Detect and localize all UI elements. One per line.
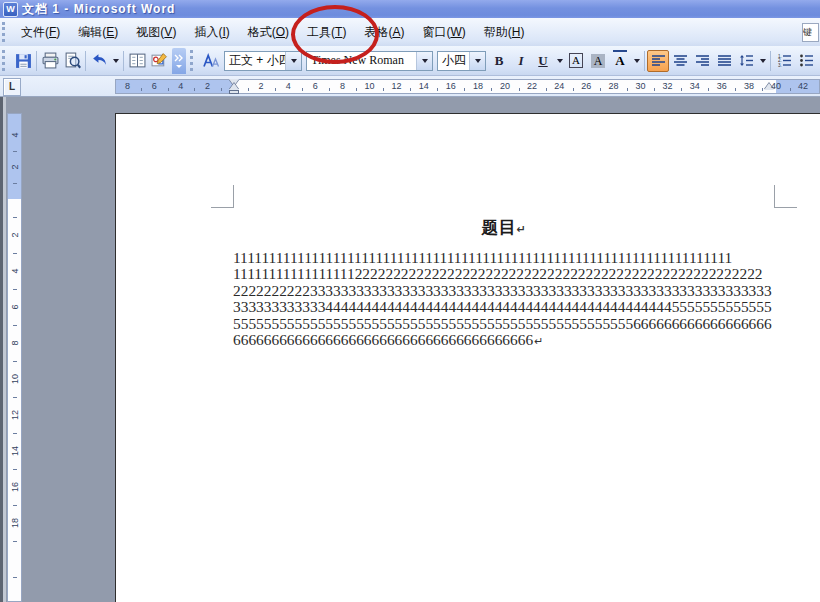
text-boundary-mark-right-vertical (774, 185, 775, 208)
menu-item-view[interactable]: 视图(V) (127, 20, 185, 45)
formatting-toolbar-grip-handle[interactable] (190, 50, 198, 70)
style-value: 正文 + 小四 (225, 52, 285, 69)
underline-icon: U (538, 53, 547, 69)
toolbar-options-button[interactable] (172, 48, 186, 74)
character-border-button[interactable]: A (565, 50, 587, 72)
ruler-number: 34 (690, 81, 700, 92)
document-text-line: 666666666666666666666666666666666666666↵ (233, 332, 778, 348)
help-question-box[interactable]: 键 (802, 23, 819, 42)
ruler-tick (13, 361, 17, 362)
underline-dropdown-caret[interactable] (554, 50, 565, 72)
ruler-tick (13, 505, 17, 506)
menu-item-table[interactable]: 表格(A) (355, 20, 413, 45)
ruler-tick (681, 88, 682, 91)
ruler-number: 4 (286, 81, 291, 92)
menu-item-tools[interactable]: 工具(T) (298, 20, 355, 45)
ruler-tick (13, 541, 17, 542)
ruler-number: 16 (10, 482, 20, 492)
bullets-icon (799, 54, 814, 67)
styles-and-formatting-button[interactable] (200, 50, 222, 72)
menu-item-window[interactable]: 窗口(W) (413, 20, 474, 45)
character-shading-button[interactable]: A (587, 50, 609, 72)
undo-dropdown-caret[interactable] (110, 50, 121, 72)
toolbar-separator (85, 51, 86, 71)
ruler-number: 20 (500, 81, 510, 92)
ruler-tick (708, 88, 709, 91)
print-button[interactable] (39, 50, 61, 72)
menu-item-file[interactable]: 文件(F) (12, 20, 69, 45)
toolbar-grip-handle[interactable] (2, 50, 10, 70)
italic-button[interactable]: I (510, 50, 532, 72)
window-left-edge-highlight (3, 97, 6, 602)
hanging-indent-marker[interactable] (229, 83, 239, 90)
document-text-line: 2222222222333333333333333333333333333333… (233, 283, 778, 299)
menu-items: 文件(F)编辑(E)视图(V)插入(I)格式(O)工具(T)表格(A)窗口(W)… (12, 20, 533, 45)
align-right-button[interactable] (691, 50, 713, 72)
window-title: 文档 1 - Microsoft Word (22, 1, 175, 18)
ruler-number: 36 (717, 81, 727, 92)
document-page[interactable] (115, 113, 820, 602)
ruler-tick (221, 88, 222, 91)
align-right-icon (695, 54, 710, 67)
line-spacing-dropdown-caret[interactable] (757, 50, 768, 72)
ruler-number: 2 (10, 164, 20, 169)
bold-button[interactable]: B (488, 50, 510, 72)
style-dropdown-caret[interactable] (285, 52, 301, 70)
text-boundary-mark-left-horizontal (211, 207, 234, 208)
ruler-tick (13, 325, 17, 326)
undo-button[interactable] (88, 50, 110, 72)
font-size-dropdown-caret[interactable] (469, 52, 485, 70)
menubar-grip-handle[interactable] (2, 22, 10, 42)
font-combobox[interactable]: Times New Roman (306, 51, 433, 71)
bullets-button[interactable] (795, 50, 817, 72)
bold-icon: B (495, 53, 504, 69)
ruler-number: 22 (527, 81, 537, 92)
align-left-button[interactable] (647, 50, 669, 72)
toolbar-separator (644, 51, 645, 71)
left-indent-marker[interactable] (229, 90, 239, 94)
line-spacing-icon (739, 54, 754, 67)
menu-item-format[interactable]: 格式(O) (239, 20, 298, 45)
style-combobox[interactable]: 正文 + 小四 (224, 51, 302, 71)
font-size-combobox[interactable]: 小四 (437, 51, 486, 71)
menu-item-edit[interactable]: 编辑(E) (69, 20, 127, 45)
character-scale-dropdown-caret[interactable] (631, 50, 642, 72)
character-scale-button[interactable]: A (609, 50, 631, 72)
ruler-band: L 86422468101214161820222426283032343638… (0, 76, 820, 97)
text-boundary-mark-right-horizontal (774, 207, 797, 208)
ruler-number: 16 (446, 81, 456, 92)
ruler-tick (627, 88, 628, 91)
toolbar-separator (36, 51, 37, 71)
align-center-button[interactable] (669, 50, 691, 72)
save-button[interactable] (12, 50, 34, 72)
ruler-tick (790, 88, 791, 91)
ruler-number: 10 (364, 81, 374, 92)
ruler-number: 28 (608, 81, 618, 92)
ruler-number: 32 (663, 81, 673, 92)
document-heading: 题目↵ (233, 216, 774, 239)
menu-item-insert[interactable]: 插入(I) (185, 20, 238, 45)
word-application-window: W 文档 1 - Microsoft Word 文件(F)编辑(E)视图(V)插… (0, 0, 820, 602)
ruler-tick (141, 88, 142, 91)
character-border-icon: A (569, 53, 583, 68)
toolbar-overflow-icon (174, 54, 184, 68)
undo-icon (91, 52, 108, 69)
drawing-button[interactable] (148, 50, 170, 72)
numbering-button[interactable]: 1.2.3. (773, 50, 795, 72)
font-value: Times New Roman (307, 53, 416, 68)
print-preview-button[interactable] (61, 50, 83, 72)
font-dropdown-caret[interactable] (416, 52, 432, 70)
vertical-ruler[interactable]: 4224681012141618 (7, 113, 22, 602)
ruler-number: 2 (259, 81, 264, 92)
ruler-number: 4 (178, 81, 183, 92)
align-left-icon (651, 54, 666, 67)
tab-selector-button[interactable]: L (3, 78, 21, 96)
menu-item-help[interactable]: 帮助(H) (475, 20, 534, 45)
underline-button[interactable]: U (532, 50, 554, 72)
drawing-icon (151, 52, 168, 69)
line-spacing-button[interactable] (735, 50, 757, 72)
distribute-justify-button[interactable] (713, 50, 735, 72)
horizontal-ruler[interactable]: 8642246810121416182022242628303234363840… (115, 79, 820, 94)
document-body-text[interactable]: 1111111111111111111111111111111111111111… (233, 250, 778, 348)
columns-button[interactable] (126, 50, 148, 72)
